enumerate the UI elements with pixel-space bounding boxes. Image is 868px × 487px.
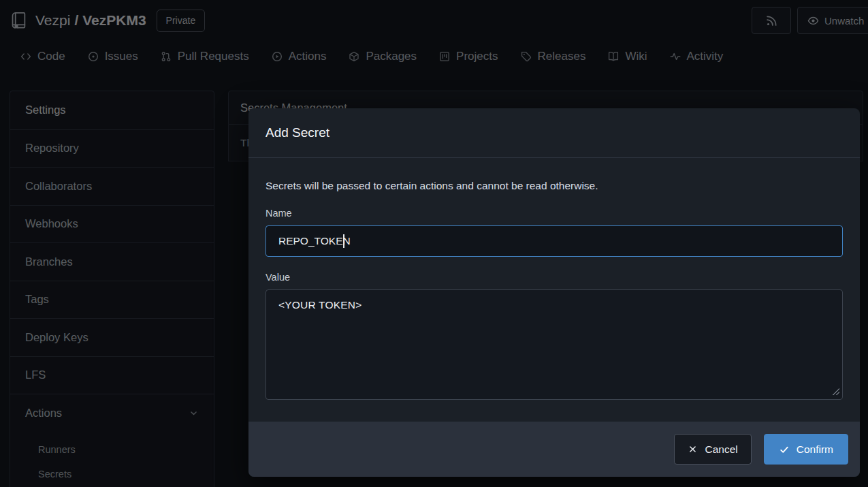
cancel-label: Cancel bbox=[705, 443, 737, 456]
value-field-label: Value bbox=[266, 272, 843, 283]
cancel-button[interactable]: Cancel bbox=[674, 434, 751, 465]
confirm-label: Confirm bbox=[797, 443, 833, 456]
text-cursor bbox=[343, 234, 344, 248]
confirm-button[interactable]: Confirm bbox=[764, 434, 848, 465]
add-secret-modal: Add Secret Secrets will be passed to cer… bbox=[248, 108, 860, 477]
modal-title: Add Secret bbox=[248, 108, 860, 158]
secret-description-text: Secrets will be passed to certain action… bbox=[266, 179, 843, 193]
secret-value-textarea[interactable]: <YOUR TOKEN> bbox=[266, 289, 843, 400]
modal-body: Secrets will be passed to certain action… bbox=[248, 158, 860, 422]
name-field-label: Name bbox=[266, 208, 843, 219]
secret-name-input[interactable] bbox=[266, 225, 843, 257]
check-icon bbox=[779, 444, 790, 455]
close-icon bbox=[688, 444, 698, 454]
modal-footer: Cancel Confirm bbox=[248, 422, 860, 477]
